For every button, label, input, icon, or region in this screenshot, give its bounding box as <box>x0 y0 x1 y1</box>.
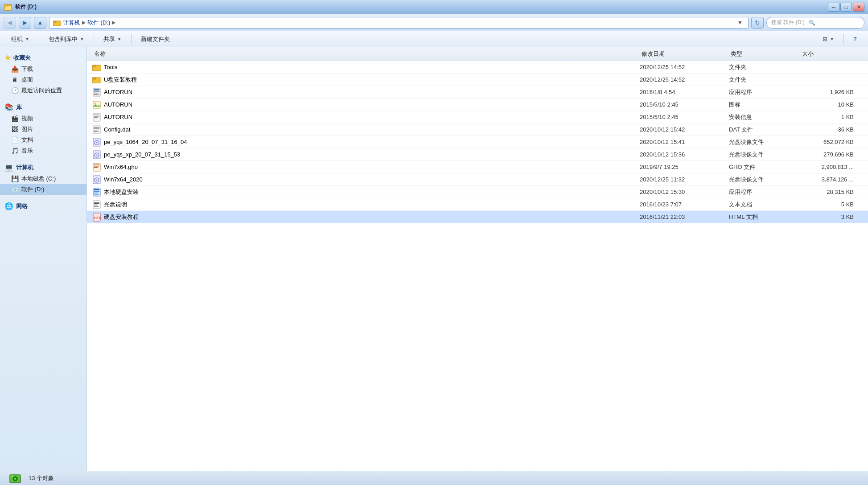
svg-rect-17 <box>94 115 99 115</box>
svg-rect-33 <box>94 166 99 167</box>
folder-icon <box>53 19 61 27</box>
svg-point-27 <box>96 142 98 143</box>
svg-rect-23 <box>94 130 98 131</box>
svg-rect-22 <box>94 128 99 129</box>
nav-up-button[interactable]: ▲ <box>34 17 46 29</box>
nav-forward-button[interactable]: ▶ <box>19 17 31 29</box>
table-row[interactable]: Config.dat 2020/10/12 15:42 DAT 文件 36 KB <box>87 123 868 136</box>
sidebar-item-documents[interactable]: 📄 文档 <box>0 135 86 145</box>
sidebar-item-drive-d[interactable]: 💿 软件 (D:) <box>0 184 86 195</box>
file-type-icon <box>92 175 101 184</box>
desktop-icon: 🖥 <box>11 76 19 84</box>
col-name-header[interactable]: 名称 <box>92 49 640 59</box>
sidebar-group-favorites[interactable]: ★ 收藏夹 <box>0 52 86 64</box>
file-name-text: AUTORUN <box>104 89 132 95</box>
file-date-cell: 2020/12/25 11:32 <box>640 176 729 183</box>
sidebar-item-drive-c[interactable]: 💾 本地磁盘 (C:) <box>0 173 86 184</box>
file-name-cell: U盘安装教程 <box>92 75 640 84</box>
path-computer[interactable]: 计算机 <box>63 19 80 27</box>
path-dropdown-button[interactable]: ▼ <box>736 18 745 27</box>
table-row[interactable]: pe_yqs_xp_20_07_31_15_53 2020/10/12 15:3… <box>87 148 868 161</box>
close-button[interactable]: ✕ <box>853 3 864 12</box>
table-row[interactable]: Tools 2020/12/25 14:52 文件夹 <box>87 61 868 74</box>
sidebar-group-library[interactable]: 📚 库 <box>0 101 86 113</box>
maximize-button[interactable]: □ <box>840 3 852 12</box>
file-type-icon <box>92 150 101 159</box>
file-date-cell: 2020/10/12 15:42 <box>640 126 729 133</box>
table-row[interactable]: 光盘说明 2016/10/23 7:07 文本文档 5 KB <box>87 198 868 211</box>
file-type-icon <box>92 113 101 122</box>
file-name-text: Win7x64.gho <box>104 164 138 170</box>
file-name-cell: Win7x64_2020 <box>92 175 640 184</box>
table-row[interactable]: pe_yqs_1064_20_07_31_16_04 2020/10/12 15… <box>87 136 868 148</box>
table-row[interactable]: AUTORUN 2016/1/8 4:54 应用程序 1,926 KB <box>87 86 868 99</box>
new-folder-button[interactable]: 新建文件夹 <box>135 33 176 45</box>
file-type-cell: 文件夹 <box>729 63 800 71</box>
sidebar-item-recent-label: 最近访问的位置 <box>21 86 62 95</box>
view-button[interactable]: ⊞ ▼ <box>817 33 840 45</box>
minimize-button[interactable]: ─ <box>828 3 839 12</box>
sidebar-item-documents-label: 文档 <box>21 136 33 144</box>
sidebar-item-recent[interactable]: 🕐 最近访问的位置 <box>0 85 86 96</box>
sidebar-section-favorites: ★ 收藏夹 📥 下载 🖥 桌面 🕐 最近访问的位置 <box>0 52 86 96</box>
sidebar-item-downloads[interactable]: 📥 下载 <box>0 64 86 74</box>
svg-rect-42 <box>94 194 99 195</box>
svg-rect-18 <box>94 116 99 117</box>
file-type-cell: 光盘映像文件 <box>729 176 800 184</box>
file-name-cell: Tools <box>92 63 640 72</box>
help-icon: ? <box>853 36 857 42</box>
help-button[interactable]: ? <box>847 33 863 45</box>
file-type-cell: 文本文档 <box>729 201 800 209</box>
col-size-header[interactable]: 大小 <box>800 49 863 59</box>
documents-icon: 📄 <box>11 136 19 144</box>
table-row[interactable]: 本地硬盘安装 2020/10/12 15:30 应用程序 28,315 KB <box>87 186 868 198</box>
table-row[interactable]: AUTORUN 2015/5/10 2:45 安装信息 1 KB <box>87 111 868 123</box>
svg-rect-11 <box>94 91 99 92</box>
col-type-header[interactable]: 类型 <box>729 49 800 59</box>
include-library-button[interactable]: 包含到库中 ▼ <box>43 33 90 45</box>
svg-rect-8 <box>92 78 96 79</box>
sidebar-item-music[interactable]: 🎵 音乐 <box>0 145 86 156</box>
file-name-cell: AUTORUN <box>92 113 640 122</box>
file-type-icon <box>92 100 101 109</box>
file-list: Tools 2020/12/25 14:52 文件夹 U盘安装教程 2020/1… <box>87 61 868 223</box>
file-name-cell: AUTORUN <box>92 88 640 97</box>
file-date-cell: 2020/10/12 15:41 <box>640 139 729 145</box>
svg-rect-4 <box>53 21 56 23</box>
table-row[interactable]: Win7x64_2020 2020/12/25 11:32 光盘映像文件 3,8… <box>87 173 868 186</box>
sidebar-group-network[interactable]: 🌐 网络 <box>0 200 86 212</box>
share-button[interactable]: 共享 ▼ <box>98 33 128 45</box>
svg-rect-14 <box>93 101 100 108</box>
address-bar[interactable]: 计算机 ▶ 软件 (D:) ▶ ▼ <box>49 17 749 29</box>
search-icon[interactable]: 🔍 <box>807 18 817 28</box>
organize-button[interactable]: 组织 ▼ <box>5 33 35 45</box>
svg-rect-2 <box>4 4 8 6</box>
file-type-icon <box>92 63 101 72</box>
sidebar-group-computer[interactable]: 💻 计算机 <box>0 161 86 173</box>
svg-rect-34 <box>94 167 98 168</box>
sidebar-item-video[interactable]: 🎬 视频 <box>0 113 86 124</box>
path-drive-d[interactable]: 软件 (D:) <box>87 19 110 27</box>
sidebar-item-drive-c-label: 本地磁盘 (C:) <box>21 175 56 183</box>
table-row[interactable]: Win7x64.gho 2019/9/7 19:25 GHO 文件 2,900,… <box>87 161 868 173</box>
file-name-text: Tools <box>104 64 117 70</box>
table-row[interactable]: U盘安装教程 2020/12/25 14:52 文件夹 <box>87 74 868 86</box>
file-type-cell: 光盘映像文件 <box>729 151 800 159</box>
col-modified-header[interactable]: 修改日期 <box>640 49 729 59</box>
sidebar-item-video-label: 视频 <box>21 115 33 123</box>
file-type-cell: 文件夹 <box>729 76 800 84</box>
file-size-cell: 1 KB <box>800 114 863 120</box>
table-row[interactable]: HTML 硬盘安装教程 2016/11/21 22:03 HTML 文档 3 K… <box>87 211 868 223</box>
pictures-icon: 🖼 <box>11 125 19 133</box>
refresh-button[interactable]: ↻ <box>751 17 764 29</box>
titlebar-left: 软件 (D:) <box>4 3 37 12</box>
file-type-cell: HTML 文档 <box>729 213 800 221</box>
sidebar-item-desktop-label: 桌面 <box>21 76 33 84</box>
sidebar-item-desktop[interactable]: 🖥 桌面 <box>0 74 86 85</box>
table-row[interactable]: AUTORUN 2015/5/10 2:45 图标 10 KB <box>87 99 868 111</box>
sidebar-item-pictures[interactable]: 🖼 图片 <box>0 124 86 135</box>
search-box[interactable]: 搜索 软件 (D:) 🔍 <box>766 17 864 29</box>
file-type-cell: 安装信息 <box>729 113 800 121</box>
nav-back-button[interactable]: ◀ <box>4 17 16 29</box>
file-type-icon: HTML <box>92 213 101 222</box>
